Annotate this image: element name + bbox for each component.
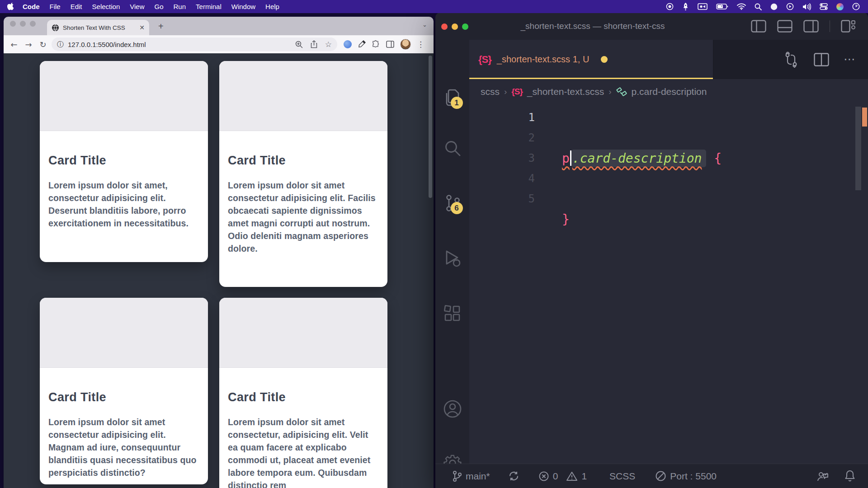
warnings-icon bbox=[566, 471, 578, 482]
explorer-icon[interactable]: 1 bbox=[443, 88, 462, 107]
code-lines[interactable]: p.card-description { } bbox=[535, 104, 722, 464]
url-text[interactable]: 127.0.0.1:5500/index.html bbox=[68, 41, 291, 48]
new-tab-button[interactable]: + bbox=[158, 21, 164, 32]
extension-orb-icon[interactable] bbox=[344, 40, 352, 48]
card: Card Title Lorem ipsum dolor sit amet co… bbox=[219, 61, 387, 287]
vscode-window-controls[interactable] bbox=[441, 23, 468, 30]
eyedropper-icon[interactable] bbox=[358, 40, 366, 48]
close-window-button[interactable] bbox=[10, 21, 16, 27]
menu-edit[interactable]: Edit bbox=[66, 0, 87, 13]
browser-tab[interactable]: Shorten Text With CSS ✕ bbox=[47, 20, 149, 35]
breadcrumb-separator: › bbox=[504, 87, 507, 97]
extensions-icon[interactable] bbox=[443, 305, 462, 323]
accounts-icon[interactable] bbox=[443, 399, 462, 418]
problems-item[interactable]: 0 1 bbox=[538, 471, 587, 482]
browser-window: Shorten Text With CSS ✕ + ⌄ ← → ↻ ⓘ 127.… bbox=[4, 17, 434, 488]
notifications-item[interactable] bbox=[844, 470, 855, 482]
modified-dot-icon[interactable] bbox=[601, 56, 608, 63]
browser-extensions-area: ⋮ bbox=[344, 39, 425, 50]
code-editor[interactable]: 1 2 3 4 5 p.card-description { } bbox=[469, 104, 868, 464]
scss-file-icon: {S} bbox=[478, 54, 491, 66]
minimize-window-button[interactable] bbox=[20, 21, 26, 27]
minimize-window-button[interactable] bbox=[452, 23, 458, 30]
menu-file[interactable]: File bbox=[45, 0, 66, 13]
screen-capture-icon[interactable] bbox=[698, 3, 708, 10]
site-info-icon[interactable]: ⓘ bbox=[57, 40, 64, 49]
clock-icon[interactable] bbox=[852, 3, 860, 10]
vscode-title-bar[interactable]: _shorten-text.scss — shorten-text-css bbox=[435, 13, 868, 40]
toggle-panel-icon[interactable] bbox=[777, 20, 793, 33]
desktop: Code File Edit Selection View Go Run Ter… bbox=[0, 0, 868, 488]
page-scrollbar[interactable] bbox=[429, 56, 432, 198]
browser-menu-kebab-icon[interactable]: ⋮ bbox=[417, 40, 425, 49]
error-count: 0 bbox=[553, 471, 558, 482]
open-brace-token: { bbox=[706, 151, 722, 166]
wifi-icon[interactable] bbox=[737, 3, 746, 10]
battery-icon[interactable] bbox=[716, 4, 728, 9]
record-icon[interactable] bbox=[666, 3, 674, 10]
menu-window[interactable]: Window bbox=[226, 0, 260, 13]
extensions-puzzle-icon[interactable] bbox=[372, 40, 380, 49]
git-branch-item[interactable]: main* bbox=[452, 470, 490, 482]
toggle-secondary-sidebar-icon[interactable] bbox=[803, 20, 819, 33]
tab-shorten-text-scss[interactable]: {S} _shorten-text.scss 1, U bbox=[469, 40, 713, 79]
zoom-window-button[interactable] bbox=[462, 23, 468, 30]
live-server-port-item[interactable]: Port : 5500 bbox=[655, 470, 717, 482]
share-icon[interactable] bbox=[311, 40, 317, 48]
reload-button[interactable]: ↻ bbox=[37, 40, 49, 49]
menu-selection[interactable]: Selection bbox=[87, 0, 125, 13]
volume-icon[interactable] bbox=[802, 3, 811, 10]
browser-toolbar: ← → ↻ ⓘ 127.0.0.1:5500/index.html ☆ ⋮ bbox=[4, 35, 434, 53]
rocket-icon[interactable] bbox=[682, 3, 689, 10]
side-panel-icon[interactable] bbox=[386, 41, 394, 48]
card-title: Card Title bbox=[48, 154, 199, 168]
display-icon[interactable] bbox=[770, 3, 778, 10]
feedback-item[interactable] bbox=[816, 470, 829, 482]
zoom-window-button[interactable] bbox=[30, 21, 36, 27]
split-editor-icon[interactable] bbox=[814, 53, 829, 66]
tab-search-chevron-icon[interactable]: ⌄ bbox=[422, 21, 427, 28]
apple-menu-icon[interactable] bbox=[7, 3, 14, 10]
more-actions-icon[interactable]: ⋯ bbox=[844, 52, 856, 66]
activity-bar: 1 6 bbox=[435, 40, 469, 464]
menu-view[interactable]: View bbox=[125, 0, 149, 13]
card-description: Lorem ipsum dolor sit amet, consectetur … bbox=[48, 179, 199, 230]
breadcrumb-file[interactable]: _shorten-text.scss bbox=[527, 86, 604, 97]
play-circle-icon[interactable] bbox=[786, 3, 794, 10]
browser-tab-strip: Shorten Text With CSS ✕ + ⌄ bbox=[4, 17, 434, 35]
breadcrumb-symbol[interactable]: p.card-description bbox=[632, 86, 707, 97]
bookmark-star-icon[interactable]: ☆ bbox=[325, 40, 332, 49]
zoom-page-icon[interactable] bbox=[295, 41, 303, 48]
menu-go[interactable]: Go bbox=[150, 0, 169, 13]
siri-icon[interactable] bbox=[836, 3, 844, 10]
spotlight-search-icon[interactable] bbox=[755, 3, 762, 10]
language-mode-item[interactable]: SCSS bbox=[609, 471, 635, 482]
breadcrumb-folder[interactable]: scss bbox=[481, 86, 500, 97]
browser-window-controls[interactable] bbox=[10, 21, 36, 27]
menu-run[interactable]: Run bbox=[169, 0, 191, 13]
tab-title: Shorten Text With CSS bbox=[63, 24, 136, 31]
profile-avatar[interactable] bbox=[400, 39, 411, 50]
sync-changes-item[interactable] bbox=[508, 470, 519, 482]
open-changes-icon[interactable] bbox=[783, 52, 799, 68]
menu-app-name[interactable]: Code bbox=[18, 0, 45, 13]
toggle-sidebar-icon[interactable] bbox=[751, 20, 766, 33]
card-title: Card Title bbox=[228, 154, 379, 168]
source-control-icon[interactable]: 6 bbox=[443, 194, 462, 213]
close-tab-icon[interactable]: ✕ bbox=[139, 24, 145, 31]
forward-button[interactable]: → bbox=[23, 40, 34, 49]
menu-help[interactable]: Help bbox=[260, 0, 284, 13]
back-button[interactable]: ← bbox=[8, 40, 20, 49]
card-title: Card Title bbox=[228, 390, 379, 404]
menu-terminal[interactable]: Terminal bbox=[191, 0, 226, 13]
port-slash-icon bbox=[655, 470, 666, 482]
address-bar[interactable]: ⓘ 127.0.0.1:5500/index.html ☆ bbox=[52, 38, 337, 51]
editor-tab-strip: {S} _shorten-text.scss 1, U ⋯ bbox=[469, 40, 868, 79]
close-window-button[interactable] bbox=[441, 23, 448, 30]
customize-layout-icon[interactable] bbox=[841, 20, 855, 33]
editor-scrollbar[interactable] bbox=[855, 107, 861, 190]
search-icon[interactable] bbox=[443, 139, 462, 157]
overview-ruler-marker bbox=[862, 108, 867, 127]
control-center-icon[interactable] bbox=[820, 3, 828, 10]
run-debug-icon[interactable] bbox=[443, 249, 462, 267]
